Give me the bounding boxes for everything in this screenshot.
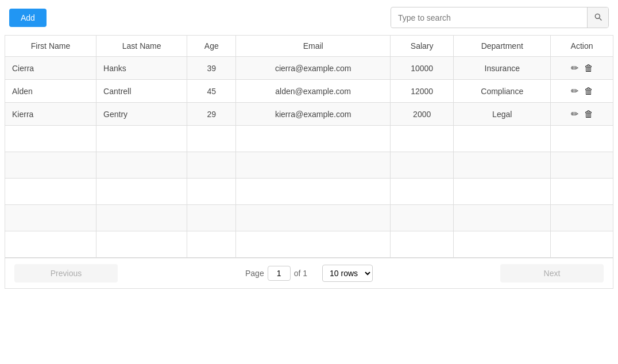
- cell-salary: 10000: [391, 57, 454, 80]
- next-button[interactable]: Next: [500, 264, 604, 282]
- cell-department: Legal: [454, 103, 551, 126]
- cell-email: cierra@example.com: [236, 57, 391, 80]
- col-age: Age: [187, 36, 236, 57]
- previous-button[interactable]: Previous: [14, 264, 118, 282]
- page-label: Page: [245, 269, 264, 278]
- cell-action: ✏ 🗑: [551, 57, 613, 80]
- search-input[interactable]: [391, 9, 587, 27]
- cell-age: 29: [187, 103, 236, 126]
- data-table: First Name Last Name Age Email Salary De…: [5, 36, 613, 258]
- delete-icon[interactable]: 🗑: [584, 86, 593, 96]
- add-button[interactable]: Add: [9, 9, 47, 27]
- cell-age: 39: [187, 57, 236, 80]
- col-last-name: Last Name: [96, 36, 187, 57]
- delete-icon[interactable]: 🗑: [584, 109, 593, 119]
- delete-icon[interactable]: 🗑: [584, 63, 593, 73]
- cell-email: kierra@example.com: [236, 103, 391, 126]
- search-container: [391, 7, 609, 28]
- cell-first-name: Kierra: [5, 103, 96, 126]
- col-action: Action: [551, 36, 613, 57]
- cell-salary: 12000: [391, 80, 454, 103]
- empty-row: [5, 179, 613, 205]
- pagination: Previous Page of 1 10 rows20 rows50 rows…: [5, 258, 613, 289]
- cell-action: ✏ 🗑: [551, 80, 613, 103]
- col-first-name: First Name: [5, 36, 96, 57]
- table-row: Kierra Gentry 29 kierra@example.com 2000…: [5, 103, 613, 126]
- table-wrapper: First Name Last Name Age Email Salary De…: [5, 35, 613, 258]
- table-header-row: First Name Last Name Age Email Salary De…: [5, 36, 613, 57]
- empty-row: [5, 152, 613, 179]
- col-salary: Salary: [391, 36, 454, 57]
- cell-first-name: Alden: [5, 80, 96, 103]
- empty-row: [5, 126, 613, 152]
- page-number-input[interactable]: [268, 266, 291, 281]
- cell-last-name: Cantrell: [96, 80, 187, 103]
- search-button[interactable]: [587, 7, 608, 28]
- cell-department: Insurance: [454, 57, 551, 80]
- edit-icon[interactable]: ✏: [571, 63, 578, 73]
- table-row: Alden Cantrell 45 alden@example.com 1200…: [5, 80, 613, 103]
- cell-salary: 2000: [391, 103, 454, 126]
- cell-first-name: Cierra: [5, 57, 96, 80]
- page-info: Page of 1 10 rows20 rows50 rows: [245, 265, 373, 282]
- edit-icon[interactable]: ✏: [571, 109, 578, 119]
- empty-row: [5, 231, 613, 258]
- col-department: Department: [454, 36, 551, 57]
- cell-age: 45: [187, 80, 236, 103]
- empty-row: [5, 205, 613, 231]
- top-bar: Add: [0, 0, 618, 35]
- cell-last-name: Hanks: [96, 57, 187, 80]
- table-row: Cierra Hanks 39 cierra@example.com 10000…: [5, 57, 613, 80]
- cell-department: Compliance: [454, 80, 551, 103]
- search-icon: [593, 12, 602, 23]
- cell-email: alden@example.com: [236, 80, 391, 103]
- rows-per-page-select[interactable]: 10 rows20 rows50 rows: [322, 265, 373, 282]
- col-email: Email: [236, 36, 391, 57]
- edit-icon[interactable]: ✏: [571, 86, 578, 96]
- cell-action: ✏ 🗑: [551, 103, 613, 126]
- of-label: of 1: [294, 269, 307, 278]
- cell-last-name: Gentry: [96, 103, 187, 126]
